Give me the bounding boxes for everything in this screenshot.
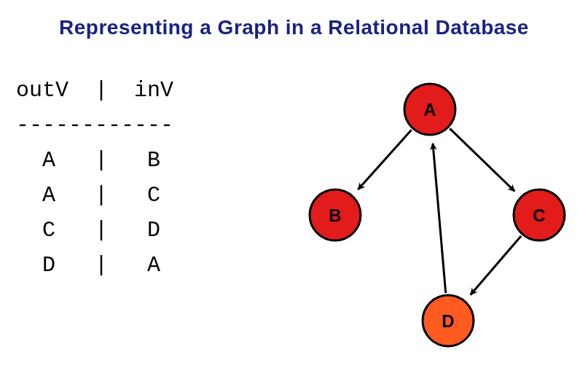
svg-line-0: [358, 130, 411, 189]
graph-diagram: ABCD: [291, 58, 583, 379]
edge-C-D: [471, 236, 522, 295]
svg-line-1: [450, 128, 514, 191]
svg-line-2: [471, 236, 522, 295]
svg-text:C: C: [533, 206, 545, 225]
edge-A-C: [450, 128, 514, 191]
node-B: B: [310, 189, 361, 241]
edge-A-B: [358, 130, 411, 189]
page-title: Representing a Graph in a Relational Dat…: [0, 16, 588, 39]
node-C: C: [514, 189, 565, 241]
node-A: A: [404, 84, 455, 135]
edge-D-A: [433, 144, 446, 293]
svg-text:A: A: [423, 100, 436, 120]
edge-table: outV | inV ------------ A | B A | C C | …: [16, 73, 187, 283]
svg-line-3: [433, 144, 446, 293]
svg-text:D: D: [442, 311, 454, 331]
svg-text:B: B: [329, 206, 341, 225]
node-D: D: [423, 295, 474, 346]
